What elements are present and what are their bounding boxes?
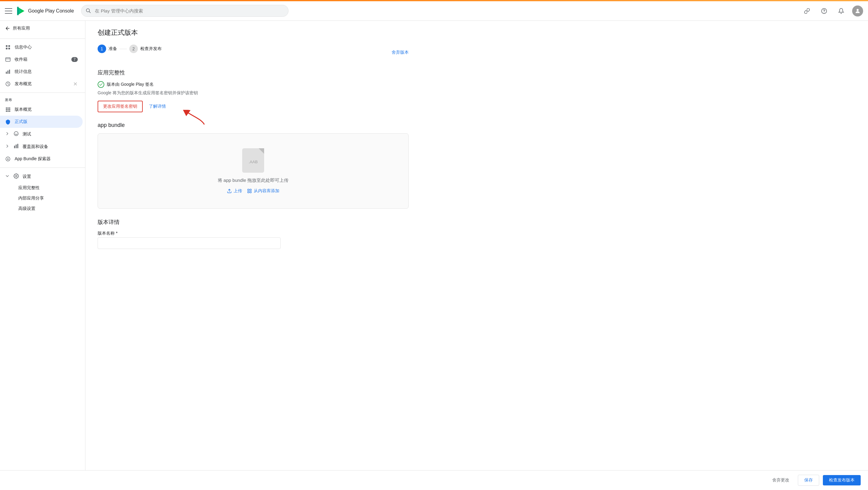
upload-button[interactable]: 上传 — [227, 188, 242, 194]
sidebar-item-version-overview[interactable]: 版本概览 — [0, 103, 83, 116]
coverage-icon — [13, 144, 19, 150]
sidebar-divider-2 — [0, 92, 85, 93]
svg-rect-17 — [6, 108, 7, 109]
svg-rect-2 — [17, 7, 19, 15]
step-2-num: 2 — [129, 44, 138, 53]
chevron-down-icon — [5, 174, 10, 179]
sidebar-item-label: 正式版 — [14, 119, 27, 124]
library-button[interactable]: 从内容库添加 — [247, 188, 279, 194]
app-integrity-title: 应用完整性 — [98, 69, 409, 76]
sidebar-item-app-integrity[interactable]: 应用完整性 — [13, 183, 83, 193]
sidebar-back[interactable]: 所有应用 — [0, 21, 85, 36]
svg-rect-23 — [6, 111, 7, 112]
search-icon — [85, 8, 91, 14]
version-name-input[interactable] — [98, 237, 281, 249]
explore-icon — [5, 156, 11, 162]
sidebar-item-testing[interactable]: 测试 — [0, 128, 85, 140]
drop-label: 将 app bundle 拖放至此处即可上传 — [218, 178, 289, 183]
drop-actions: 上传 从内容库添加 — [227, 188, 279, 194]
sidebar-item-production[interactable]: 正式版 — [0, 116, 83, 128]
sidebar-item-dashboard[interactable]: 信息中心 — [0, 41, 83, 53]
sidebar-item-label: App Bundle 探索器 — [14, 156, 51, 162]
version-section: 版本详情 版本名称 * — [98, 218, 409, 249]
sidebar-item-internal-share[interactable]: 内部应用分享 — [13, 193, 83, 204]
bundle-section: app bundle .AAB 将 app bundle 拖放至此处即可上传 上 — [98, 122, 409, 209]
shield-icon — [5, 119, 11, 125]
help-icon-btn[interactable] — [818, 5, 830, 17]
svg-point-26 — [14, 131, 18, 136]
menu-icon[interactable] — [5, 7, 12, 14]
svg-rect-34 — [248, 189, 249, 191]
sidebar-item-inbox[interactable]: 收件箱 7 — [0, 53, 83, 66]
svg-rect-15 — [9, 69, 10, 74]
schedule-icon — [5, 81, 11, 87]
link-icon-btn[interactable] — [801, 5, 813, 17]
svg-rect-22 — [9, 109, 10, 111]
svg-rect-8 — [6, 45, 7, 47]
signed-label: 版本由 Google Play 签名 — [107, 82, 154, 87]
main-content: 创建正式版本 1 准备 2 检查并发布 舍弃版本 应 — [85, 21, 868, 470]
search-input[interactable] — [81, 5, 288, 17]
learn-more-button[interactable]: 了解详情 — [144, 101, 171, 112]
sidebar-item-label: 设置 — [23, 174, 31, 179]
sidebar-item-label: 统计信息 — [14, 69, 32, 74]
settings-sub: 应用完整性 内部应用分享 高级设置 — [0, 183, 85, 214]
app-integrity-section: 应用完整性 版本由 Google Play 签名 Google 将为您的版本生成… — [98, 69, 409, 112]
aab-file-icon: .AAB — [242, 148, 264, 173]
logo[interactable]: Google Play Console — [16, 6, 74, 16]
discard-button[interactable]: 舍弃更改 — [767, 475, 794, 485]
sidebar-item-bundle-explorer[interactable]: App Bundle 探索器 — [0, 153, 83, 165]
layout: 所有应用 信息中心 收件箱 7 统计信息 发布概览 — [0, 21, 868, 470]
logo-text: Google Play Console — [28, 8, 74, 14]
avatar[interactable] — [852, 5, 863, 17]
sidebar-divider-3 — [0, 167, 85, 168]
step-1-label: 准备 — [108, 46, 117, 52]
sidebar-item-stats[interactable]: 统计信息 — [0, 66, 83, 78]
sidebar-item-coverage[interactable]: 覆盖面和设备 — [0, 140, 85, 153]
change-key-button[interactable]: 更改应用签名密钥 — [98, 101, 143, 112]
search-container — [81, 5, 288, 17]
svg-rect-20 — [6, 109, 7, 111]
sidebar-item-label: 覆盖面和设备 — [23, 144, 48, 150]
signing-buttons: 更改应用签名密钥 了解详情 — [98, 101, 409, 112]
aab-icon-fold — [259, 148, 264, 154]
grid-icon — [5, 44, 11, 50]
svg-rect-9 — [8, 45, 10, 47]
library-icon — [247, 189, 252, 193]
sidebar-sub-label: 应用完整性 — [18, 185, 40, 190]
sidebar-item-settings[interactable]: 设置 — [0, 170, 85, 183]
sidebar: 所有应用 信息中心 收件箱 7 统计信息 发布概览 — [0, 21, 85, 470]
page-title: 创建正式版本 — [98, 28, 409, 37]
step-1: 1 准备 — [98, 44, 117, 53]
gear-icon — [13, 173, 19, 180]
svg-point-6 — [824, 12, 825, 12]
step-2: 2 检查并发布 — [129, 44, 162, 53]
abandon-link[interactable]: 舍弃版本 — [392, 50, 409, 55]
bundle-title: app bundle — [98, 122, 409, 128]
save-button[interactable]: 保存 — [798, 475, 819, 486]
svg-rect-25 — [9, 111, 10, 112]
apps-icon — [5, 106, 11, 113]
sidebar-sub-label: 高级设置 — [18, 206, 35, 211]
publish-button[interactable]: 检查发布版本 — [823, 475, 861, 485]
chevron-right-icon-2 — [5, 144, 10, 150]
no-access-icon — [73, 82, 78, 86]
svg-rect-28 — [16, 145, 17, 148]
svg-point-32 — [16, 176, 17, 177]
svg-rect-29 — [18, 144, 18, 148]
signing-row: 版本由 Google Play 签名 — [98, 81, 409, 88]
svg-rect-24 — [8, 111, 9, 112]
sidebar-item-release-overview[interactable]: 发布概览 — [0, 78, 83, 90]
library-label: 从内容库添加 — [254, 188, 279, 194]
bundle-drop-area[interactable]: .AAB 将 app bundle 拖放至此处即可上传 上传 从内容库添加 — [98, 133, 409, 209]
svg-rect-27 — [14, 146, 15, 148]
inline-btns: 更改应用签名密钥 了解详情 — [98, 101, 409, 112]
chevron-right-icon — [5, 131, 10, 137]
sidebar-item-advanced[interactable]: 高级设置 — [13, 204, 83, 214]
svg-rect-10 — [6, 48, 7, 50]
logo-icon — [16, 6, 26, 16]
version-name-field: 版本名称 * — [98, 231, 409, 249]
sidebar-item-label: 发布概览 — [14, 81, 32, 87]
upload-label: 上传 — [234, 188, 242, 194]
notification-icon-btn[interactable] — [835, 5, 847, 17]
